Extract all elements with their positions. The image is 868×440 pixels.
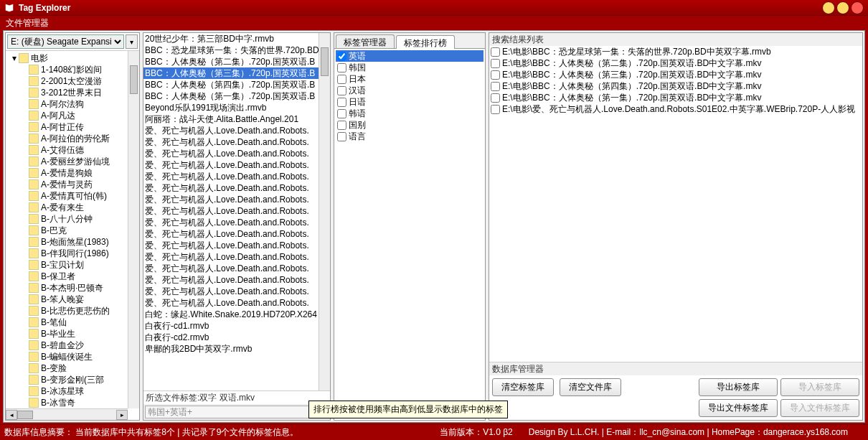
import-file-tags-button[interactable]: 导入文件标签库 (780, 399, 859, 417)
tree-item[interactable]: B-碧血金沙 (9, 340, 139, 351)
result-checkbox[interactable] (491, 47, 500, 57)
result-checkbox[interactable] (491, 59, 500, 68)
folder-tree[interactable]: ▾电影1-1408幻影凶间2-2001太空漫游3-2012世界末日A-阿尔法狗A… (6, 50, 139, 420)
file-item[interactable]: 爱、死亡与机器人.Love.Death.and.Robots. (143, 217, 330, 228)
file-item[interactable]: 爱、死亡与机器人.Love.Death.and.Robots. (143, 159, 330, 171)
file-item[interactable]: 20世纪少年：第三部BD中字.rmvb (143, 33, 330, 45)
tag-input[interactable] (145, 406, 329, 418)
file-item[interactable]: 爱、死亡与机器人.Love.Death.and.Robots. (143, 182, 330, 194)
results-list[interactable]: E:\电影\BBC：恐龙星球第一集：失落的世界.720p.BD中英双字幕.rmv… (489, 46, 862, 362)
result-item[interactable]: E:\电影\爱、死亡与机器人.Love.Death.and.Robots.S01… (489, 103, 862, 115)
tree-item[interactable]: 1-1408幻影凶间 (9, 64, 139, 75)
tag-item[interactable]: 语言 (336, 131, 483, 142)
file-item[interactable]: 爱、死亡与机器人.Love.Death.and.Robots. (143, 274, 330, 286)
tree-item[interactable]: B-变脸 (9, 362, 139, 374)
file-item[interactable]: BBC：人体奥秘（第二集）.720p.国英双语.B (143, 56, 330, 67)
tree-item[interactable]: A-爱情是狗娘 (9, 167, 139, 179)
tree-item[interactable]: A-阿尔法狗 (9, 98, 139, 110)
result-item[interactable]: E:\电影\BBC：人体奥秘（第三集）.720p.国英双语.BD中文字幕.mkv (489, 69, 862, 80)
tag-checkbox[interactable] (337, 86, 346, 95)
tree-item[interactable]: B-蝙蝠侠诞生 (9, 351, 139, 362)
export-tags-button[interactable]: 导出标签库 (699, 378, 778, 396)
tree-scrollbar-h[interactable]: ◂▸ (6, 408, 128, 420)
tag-checkbox[interactable] (337, 75, 346, 84)
file-item[interactable]: 白夜行-cd1.rmvb (143, 320, 330, 332)
file-item[interactable]: 爱、死亡与机器人.Love.Death.and.Robots. (143, 205, 330, 217)
tag-item[interactable]: 日本 (336, 73, 483, 85)
tree-item[interactable]: A-爱丽丝梦游仙境 (9, 156, 139, 167)
import-tags-button[interactable]: 导入标签库 (780, 378, 859, 396)
tree-item[interactable]: B-笔仙 (9, 317, 139, 328)
file-item[interactable]: 爱、死亡与机器人.Love.Death.and.Robots. (143, 125, 330, 136)
tag-item[interactable]: 韩国 (336, 62, 483, 73)
file-list[interactable]: 20世纪少年：第三部BD中字.rmvbBBC：恐龙星球第一集：失落的世界.720… (143, 33, 330, 391)
tree-item[interactable]: B-毕业生 (9, 328, 139, 340)
file-item[interactable]: 爱、死亡与机器人.Love.Death.and.Robots. (143, 297, 330, 309)
tag-checkbox[interactable] (337, 121, 346, 130)
tag-list[interactable]: 英语韩国日本汉语日语韩语国别语言 (334, 49, 485, 420)
tag-item[interactable]: 汉语 (336, 85, 483, 96)
file-item[interactable]: 爱、死亡与机器人.Love.Death.and.Robots. (143, 263, 330, 274)
file-item[interactable]: 爱、死亡与机器人.Love.Death.and.Robots. (143, 194, 330, 205)
file-item[interactable]: BBC：人体奥秘（第一集）.720p.国英双语.B (143, 90, 330, 102)
tag-item[interactable]: 韩语 (336, 108, 483, 119)
file-item[interactable]: 爱、死亡与机器人.Love.Death.and.Robots. (143, 136, 330, 148)
tree-item[interactable]: A-爱有来生 (9, 202, 139, 213)
tag-item[interactable]: 国别 (336, 119, 483, 131)
tree-item[interactable]: B-冰雪奇 (9, 397, 139, 408)
tree-item[interactable]: B-八十八分钟 (9, 213, 139, 225)
close-button[interactable] (851, 1, 864, 14)
result-item[interactable]: E:\电影\BBC：人体奥秘（第一集）.720p.国英双语.BD中文字幕.mkv (489, 92, 862, 103)
file-item[interactable]: 爱、死亡与机器人.Love.Death.and.Robots. (143, 148, 330, 159)
tree-item[interactable]: A-阿凡达 (9, 110, 139, 121)
menu-file-manager[interactable]: 文件管理器 (6, 17, 49, 29)
file-item[interactable]: 阿丽塔：战斗天使.Alita.Battle.Angel.201 (143, 113, 330, 125)
file-item[interactable]: 白夜行-cd2.rmvb (143, 332, 330, 343)
maximize-button[interactable] (836, 1, 849, 14)
result-checkbox[interactable] (491, 93, 500, 103)
file-scrollbar[interactable] (319, 33, 330, 390)
file-item[interactable]: 白蛇：缘起.White.Snake.2019.HD720P.X264 (143, 309, 330, 320)
file-item[interactable]: 爱、死亡与机器人.Love.Death.and.Robots. (143, 286, 330, 297)
export-file-tags-button[interactable]: 导出文件标签库 (699, 399, 778, 417)
clear-files-button[interactable]: 清空文件库 (560, 378, 621, 396)
tab-tag-manage[interactable]: 标签管理器 (336, 34, 395, 48)
file-item[interactable]: 卑鄙的我2BD中英双字.rmvb (143, 343, 330, 355)
result-item[interactable]: E:\电影\BBC：人体奥秘（第四集）.720p.国英双语.BD中文字幕.mkv (489, 80, 862, 92)
tree-scrollbar-v[interactable] (128, 51, 139, 408)
tree-item[interactable]: A-爱情真可怕(韩) (9, 190, 139, 202)
result-checkbox[interactable] (491, 105, 500, 114)
file-item[interactable]: 爱、死亡与机器人.Love.Death.and.Robots. (143, 251, 330, 263)
drive-dropdown-button[interactable]: ▾ (126, 34, 138, 49)
tree-item[interactable]: B-变形金刚(三部 (9, 374, 139, 385)
clear-tags-button[interactable]: 清空标签库 (492, 378, 554, 396)
tree-item[interactable]: B-保卫者 (9, 271, 139, 282)
tree-item[interactable]: B-炮面煞星(1983) (9, 236, 139, 248)
file-item[interactable]: Beyond乐队1991现场演出.rmvb (143, 102, 330, 113)
file-item[interactable]: BBC：恐龙星球第一集：失落的世界.720p.BD (143, 45, 330, 56)
tag-checkbox[interactable] (337, 52, 346, 61)
tree-item[interactable]: A-阿甘正传 (9, 121, 139, 133)
tag-checkbox[interactable] (337, 98, 346, 107)
file-item[interactable]: BBC：人体奥秘（第三集）.720p.国英双语.B (143, 67, 330, 79)
tab-tag-rank[interactable]: 标签排行榜 (396, 35, 455, 49)
result-checkbox[interactable] (491, 82, 500, 91)
result-item[interactable]: E:\电影\BBC：人体奥秘（第二集）.720p.国英双语.BD中文字幕.mkv (489, 57, 862, 69)
tree-item[interactable]: 2-2001太空漫游 (9, 75, 139, 87)
file-item[interactable]: BBC：人体奥秘（第四集）.720p.国英双语.B (143, 79, 330, 90)
file-item[interactable]: 爱、死亡与机器人.Love.Death.and.Robots. (143, 228, 330, 240)
tree-item[interactable]: A-爱情与灵药 (9, 179, 139, 190)
tree-root[interactable]: ▾电影 (9, 52, 139, 64)
result-item[interactable]: E:\电影\BBC：恐龙星球第一集：失落的世界.720p.BD中英双字幕.rmv… (489, 46, 862, 57)
tag-checkbox[interactable] (337, 132, 346, 141)
tag-checkbox[interactable] (337, 63, 346, 72)
tree-item[interactable]: B-伴我同行(1986) (9, 248, 139, 259)
tree-item[interactable]: B-巴克 (9, 225, 139, 236)
tree-item[interactable]: A-阿拉伯的劳伦斯 (9, 133, 139, 144)
tree-item[interactable]: B-宝贝计划 (9, 259, 139, 271)
tag-checkbox[interactable] (337, 109, 346, 118)
tag-item[interactable]: 英语 (336, 50, 483, 62)
tree-item[interactable]: B-笨人晚宴 (9, 294, 139, 305)
tree-item[interactable]: 3-2012世界末日 (9, 87, 139, 98)
tree-item[interactable]: A-艾得伍德 (9, 144, 139, 156)
